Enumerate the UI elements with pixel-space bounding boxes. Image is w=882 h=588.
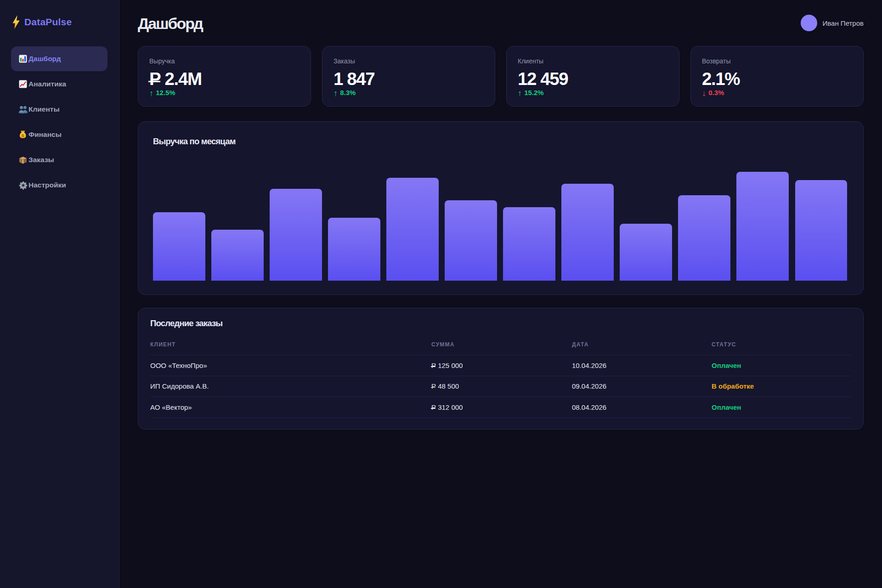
svg-text:$: $	[22, 133, 24, 138]
